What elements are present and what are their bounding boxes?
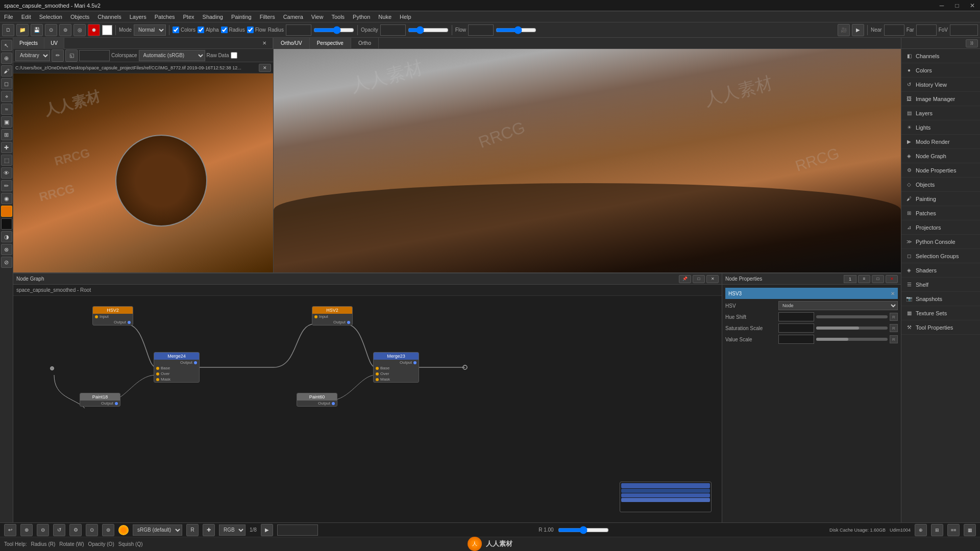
rp-texture-sets[interactable]: ▦ Texture Sets xyxy=(901,306,980,320)
cam-btn1[interactable]: 🎥 xyxy=(838,24,850,36)
rp-image-manager[interactable]: 🖼 Image Manager xyxy=(901,92,980,106)
menu-channels[interactable]: Channels xyxy=(93,11,125,22)
radius-checkbox[interactable] xyxy=(221,27,228,33)
rp-channels[interactable]: ◧ Channels xyxy=(901,49,980,63)
brush-btn2[interactable]: ⊚ xyxy=(59,24,71,36)
tab-projects[interactable]: Projects xyxy=(13,38,44,49)
redo-up-btn[interactable]: ⊕ xyxy=(20,524,33,536)
paint-tool[interactable]: 🖌 xyxy=(1,65,12,77)
blur-tool[interactable]: ◉ xyxy=(1,193,12,204)
rp-shaders[interactable]: ◈ Shaders xyxy=(901,263,980,278)
node-hsv1[interactable]: HSV2 Input Output xyxy=(92,306,133,325)
status-btn1[interactable]: ⊕ xyxy=(915,524,927,536)
np-sat-reset[interactable]: R xyxy=(890,324,898,332)
menu-layers[interactable]: Layers xyxy=(126,11,151,22)
extra-tool2[interactable]: ⊘ xyxy=(1,257,12,268)
minimize-button[interactable]: ─ xyxy=(934,0,949,11)
brush-btn3[interactable]: ◎ xyxy=(74,24,86,36)
np-hue-slider[interactable] xyxy=(816,315,888,318)
status-btn3[interactable]: ≡≡ xyxy=(947,524,960,536)
rp-tool-properties[interactable]: ⚒ Tool Properties xyxy=(901,320,980,335)
rp-collapse-btn[interactable]: ⟩⟩ xyxy=(966,39,978,47)
np-val-slider[interactable] xyxy=(816,338,888,341)
tab-ortho[interactable]: Ortho xyxy=(351,38,379,49)
node-graph-canvas[interactable]: HSV2 Input Output HSV2 Input Output Merg… xyxy=(13,296,722,522)
rp-objects[interactable]: ◇ Objects xyxy=(901,178,980,192)
np-val-value[interactable]: 0.586 xyxy=(778,335,814,344)
clone-tool[interactable]: ⌖ xyxy=(1,91,12,102)
node-merge2[interactable]: Merge23 Output Base Over Mask xyxy=(373,352,419,383)
uv-btn2[interactable]: ◱ xyxy=(65,49,78,62)
rp-patches[interactable]: ⊞ Patches xyxy=(901,206,980,220)
patch-tool[interactable]: ⊞ xyxy=(1,129,12,140)
rp-painting[interactable]: 🖌 Painting xyxy=(901,192,980,206)
menu-shading[interactable]: Shading xyxy=(199,11,227,22)
opacity-input[interactable]: 0.258 xyxy=(380,24,406,36)
menu-filters[interactable]: Filters xyxy=(256,11,279,22)
np-val-reset[interactable]: R xyxy=(890,335,898,343)
menu-ptex[interactable]: Ptex xyxy=(179,11,199,22)
np-max-btn[interactable]: □ xyxy=(872,275,884,283)
rp-python-console[interactable]: ≫ Python Console xyxy=(901,235,980,249)
colors-checkbox[interactable] xyxy=(173,27,179,33)
menu-view[interactable]: View xyxy=(307,11,328,22)
tab-uv[interactable]: UV xyxy=(44,38,64,49)
np-hue-reset[interactable]: R xyxy=(890,313,898,321)
pen-tool[interactable]: ✏ xyxy=(1,180,12,191)
near-input[interactable]: 0.1 xyxy=(884,24,904,36)
zoom-input[interactable]: 1.000000 xyxy=(277,524,318,536)
rp-shelf[interactable]: ☰ Shelf xyxy=(901,278,980,292)
channel-select[interactable]: RGB xyxy=(219,524,246,536)
menu-painting[interactable]: Painting xyxy=(227,11,256,22)
rp-snapshots[interactable]: 📷 Snapshots xyxy=(901,292,980,306)
maximize-button[interactable]: □ xyxy=(949,0,965,11)
extra-btn2[interactable]: ⊚ xyxy=(102,524,114,536)
reset-btn[interactable]: ↺ xyxy=(53,524,65,536)
fov-input[interactable]: 24.000 xyxy=(950,24,978,36)
node-paint2[interactable]: Paint60 Output xyxy=(297,393,337,407)
radius-input[interactable]: 298 xyxy=(286,24,311,36)
image-close-btn[interactable]: ✕ xyxy=(259,64,271,72)
close-button[interactable]: ✕ xyxy=(965,0,980,11)
rp-projectors[interactable]: ⊿ Projectors xyxy=(901,220,980,235)
eyedropper-btn[interactable]: ✚ xyxy=(203,524,215,536)
rp-node-props[interactable]: ⚙ Node Properties xyxy=(901,163,980,178)
rp-modo-render[interactable]: ▶ Modo Render xyxy=(901,135,980,149)
np-sat-slider[interactable] xyxy=(816,327,888,330)
far-input[interactable]: 1000 xyxy=(916,24,937,36)
np-close-btn[interactable]: ✕ xyxy=(886,275,898,283)
np-extra-btn[interactable]: ≡ xyxy=(858,275,870,283)
new-button[interactable]: 🗋 xyxy=(2,24,14,36)
erase-tool[interactable]: ◻ xyxy=(1,78,12,89)
ng-preview-node[interactable] xyxy=(620,482,712,512)
np-number-input[interactable] xyxy=(844,275,856,283)
view-tool[interactable]: 👁 xyxy=(1,167,12,179)
flow-slider[interactable] xyxy=(496,26,536,34)
rp-node-graph[interactable]: ◈ Node Graph xyxy=(901,149,980,163)
record-btn[interactable]: ⏺ xyxy=(88,24,100,36)
rawdata-checkbox[interactable] xyxy=(231,52,237,59)
marquee-tool[interactable]: ⬚ xyxy=(1,155,12,166)
open-button[interactable]: 📁 xyxy=(16,24,29,36)
menu-objects[interactable]: Objects xyxy=(66,11,93,22)
node-hsv2[interactable]: HSV2 Input Output xyxy=(312,306,353,325)
menu-file[interactable]: File xyxy=(0,11,17,22)
brush-type-btn[interactable]: ◑ xyxy=(1,231,12,242)
rp-selection-groups[interactable]: ◻ Selection Groups xyxy=(901,249,980,263)
bg-color-swatch[interactable] xyxy=(1,218,12,230)
play-btn[interactable]: ▶ xyxy=(261,524,273,536)
ng-max-btn[interactable]: □ xyxy=(693,275,705,283)
uv-input[interactable] xyxy=(79,50,110,61)
menu-nuke[interactable]: Nuke xyxy=(374,11,396,22)
rp-history-view[interactable]: ↺ History View xyxy=(901,78,980,92)
np-type-select[interactable]: Node xyxy=(778,301,898,310)
rp-layers[interactable]: ▤ Layers xyxy=(901,106,980,120)
menu-selection[interactable]: Selection xyxy=(35,11,66,22)
menu-edit[interactable]: Edit xyxy=(17,11,35,22)
brush-btn1[interactable]: ⊙ xyxy=(45,24,57,36)
color-mode-select[interactable]: sRGB (default) xyxy=(133,524,182,536)
status-btn4[interactable]: ▦ xyxy=(964,524,976,536)
menu-camera[interactable]: Camera xyxy=(279,11,307,22)
status-btn2[interactable]: ⊞ xyxy=(931,524,943,536)
opacity-slider[interactable] xyxy=(408,26,449,34)
